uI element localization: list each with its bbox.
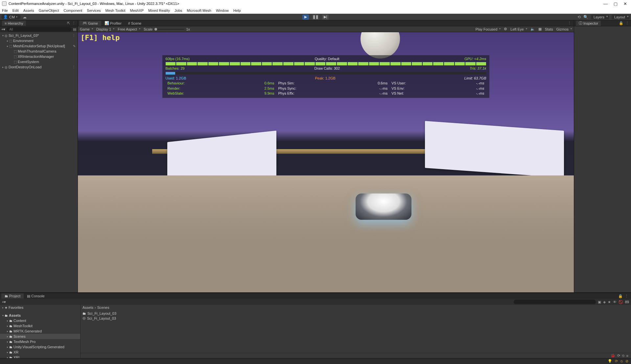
inspector-menu-icon[interactable]: ⋮ — [625, 21, 629, 25]
crumb-0[interactable]: Assets — [82, 306, 93, 309]
mute-icon[interactable]: 🔈 — [530, 27, 535, 31]
hierarchy-item[interactable]: ⬚MeshThumbnailCamera — [0, 49, 78, 54]
hierarchy-tab[interactable]: ≡ Hierarchy — [2, 21, 26, 26]
project-folder[interactable]: ▸🖿XRI — [0, 355, 80, 358]
layers-dropdown[interactable]: Layers — [591, 15, 609, 19]
display-dropdown[interactable]: Display 1 — [96, 27, 114, 31]
hierarchy-search-filter-icon[interactable]: ▤ — [73, 27, 76, 32]
pause-button[interactable]: ❚❚ — [312, 14, 319, 20]
project-item-list[interactable]: 🖿Sci_Fi_Layout_03◎Sci_Fi_Layout_03 — [81, 310, 631, 321]
tab-profiler[interactable]: 📊Profiler — [101, 21, 125, 26]
project-folder[interactable]: ▸🖿Unity.VisualScripting.Generated — [0, 344, 80, 350]
project-folder[interactable]: ▸🖿MeshToolkit — [0, 323, 80, 329]
breadcrumb[interactable]: Assets › Scenes — [81, 305, 631, 310]
row-menu-icon[interactable]: ⋮ — [72, 34, 76, 38]
menu-window[interactable]: Window — [216, 9, 229, 12]
project-asset[interactable]: ◎Sci_Fi_Layout_03 — [82, 316, 629, 321]
menu-mixed-reality[interactable]: Mixed Reality — [148, 9, 170, 12]
hierarchy-item[interactable]: ▸◎DontDestroyOnLoad⋮ — [0, 64, 78, 70]
menu-meshxp[interactable]: MeshXP — [130, 9, 144, 12]
row-menu-icon[interactable]: ⋮ — [72, 65, 76, 69]
game-mode-dropdown[interactable]: Game — [80, 27, 93, 31]
gizmos-dropdown[interactable]: Gizmos — [556, 27, 572, 31]
play-button[interactable]: ▶ — [302, 14, 309, 20]
status-block-icon[interactable]: ⦸ — [620, 359, 623, 363]
project-folder[interactable]: ▸🖿Content — [0, 318, 80, 323]
menu-file[interactable]: File — [2, 9, 8, 12]
scale-slider[interactable] — [154, 29, 184, 30]
menu-services[interactable]: Services — [87, 9, 101, 12]
hierarchy-item[interactable]: ▸⬚MeshEmulatorSetup [NoUpload]✎ — [0, 43, 78, 49]
project-folder[interactable]: ▸🖿Scenes — [0, 334, 80, 339]
stats-button[interactable]: Stats — [545, 27, 553, 31]
hierarchy-item[interactable]: ▾◎Sci_Fi_Layout_03*⋮ — [0, 33, 78, 38]
hierarchy-menu-icon[interactable]: ⋮ — [72, 21, 76, 25]
layout-dropdown[interactable]: Layout — [612, 15, 630, 19]
crumb-1[interactable]: Scenes — [97, 306, 109, 309]
aspect-dropdown[interactable]: Free Aspect — [118, 27, 140, 31]
project-folder[interactable]: ▸🖿TextMesh Pro — [0, 339, 80, 344]
menu-mesh-toolkit[interactable]: Mesh Toolkit — [105, 9, 126, 12]
project-create-button[interactable]: +▾ — [2, 300, 6, 304]
assets-row[interactable]: ▾🖿 Assets — [0, 313, 80, 318]
center-tabs-menu-icon[interactable]: ⋮ — [566, 21, 573, 25]
tab-project[interactable]: 🖿Project — [1, 293, 24, 299]
menu-edit[interactable]: Edit — [12, 9, 19, 12]
gear-icon[interactable]: ⚙ — [504, 27, 507, 31]
project-menu-icon[interactable]: ⋮ — [625, 294, 628, 298]
hierarchy-create-button[interactable]: +▾ — [1, 27, 5, 32]
status-sync-icon[interactable]: ⟳ — [615, 359, 618, 363]
account-dropdown[interactable]: 👤 CM ▾ — [1, 14, 21, 19]
cloud-icon[interactable]: ☁ — [23, 15, 27, 19]
inspector-tab[interactable]: ⓘ Inspector — [576, 21, 601, 26]
hierarchy-item[interactable]: ⬚EventSystem — [0, 59, 78, 64]
project-search-input[interactable] — [514, 300, 596, 304]
menu-component[interactable]: Component — [63, 9, 82, 12]
project-folder[interactable]: ▸🖿XR — [0, 350, 80, 355]
menu-help[interactable]: Help — [233, 9, 241, 12]
menu-assets[interactable]: Assets — [23, 9, 34, 12]
tab-scene[interactable]: #Scene — [125, 21, 145, 26]
hierarchy-item[interactable]: ⬚XRInteractionManager — [0, 54, 78, 59]
vr-icon[interactable]: ▦ — [538, 27, 542, 31]
project-thumbnail-slider[interactable]: 🐞 ⟳ ⦸ ≡ — [81, 353, 631, 358]
tab-game[interactable]: 🎮Game — [79, 21, 101, 26]
play-focused-dropdown[interactable]: Play Focused — [476, 27, 501, 31]
project-folder-label: Unity.VisualScripting.Generated — [13, 345, 64, 349]
window-close-button[interactable]: ✕ — [623, 1, 627, 6]
hidden-packages-icon[interactable]: 👁 — [613, 300, 617, 304]
search-by-type-icon[interactable]: ▣ — [598, 300, 601, 304]
project-tree[interactable]: ▸★ Favorites ▾🖿 Assets ▸🖿Content▸🖿MeshTo… — [0, 305, 81, 358]
window-maximize-button[interactable]: ▢ — [614, 1, 618, 6]
status-lightbulb-icon[interactable]: 💡 — [608, 359, 612, 363]
bug-icon[interactable]: 🐞 — [611, 353, 615, 358]
game-view[interactable]: [F1] help 60fps (16.7ms) Quality: Defaul… — [78, 32, 574, 292]
hierarchy-search-input[interactable] — [7, 27, 72, 32]
window-titlebar: ContentPerformanceAnalyzer.unity - Sci_F… — [0, 0, 631, 7]
visibility-icon[interactable]: ⦸ — [622, 353, 624, 358]
eye-dropdown[interactable]: Left Eye — [510, 27, 527, 31]
inspector-lock-icon[interactable]: 🔒 — [619, 21, 623, 25]
status-cancel-icon[interactable]: ⊘ — [625, 359, 628, 363]
refresh-icon[interactable]: ⟳ — [617, 353, 620, 358]
account-label: CM — [9, 15, 15, 19]
step-button[interactable]: ▶| — [322, 14, 329, 20]
project-folder[interactable]: ▸🖿MRTK.Generated — [0, 329, 80, 334]
undo-history-icon[interactable]: ⟲ — [577, 15, 581, 19]
menu-gameobject[interactable]: GameObject — [39, 9, 59, 12]
hierarchy-item[interactable]: ▸⬚Environment — [0, 38, 78, 43]
list-mode-icon[interactable]: ≡ — [626, 354, 628, 358]
tab-console[interactable]: ▤Console — [24, 293, 48, 299]
project-lock-icon[interactable]: 🔒 — [618, 294, 623, 298]
search-icon[interactable]: 🔍 — [583, 15, 588, 19]
menu-jobs[interactable]: Jobs — [175, 9, 182, 12]
hierarchy-item-label: MeshEmulatorSetup [NoUpload] — [13, 44, 65, 48]
project-asset[interactable]: 🖿Sci_Fi_Layout_03 — [82, 311, 629, 316]
search-by-label-icon[interactable]: ◈ — [603, 300, 606, 304]
favorites-row[interactable]: ▸★ Favorites — [0, 305, 80, 310]
save-search-icon[interactable]: ★ — [608, 300, 611, 304]
window-minimize-button[interactable]: — — [603, 1, 608, 6]
hierarchy-tree[interactable]: ▾◎Sci_Fi_Layout_03*⋮▸⬚Environment▸⬚MeshE… — [0, 32, 78, 292]
menu-microsoft-mesh[interactable]: Microsoft Mesh — [187, 9, 211, 12]
hierarchy-popout-icon[interactable]: ⇱ — [67, 21, 70, 25]
